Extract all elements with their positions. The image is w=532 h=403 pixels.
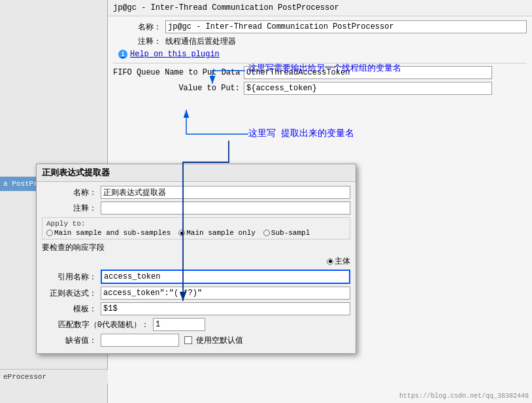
help-link-text: Help on this plugin	[130, 50, 220, 59]
match-label: 匹配数字（0代表随机）：	[42, 319, 153, 330]
title-text: jp@gc - Inter-Thread Communication PostP…	[113, 3, 339, 12]
dialog-name-input[interactable]	[101, 186, 350, 199]
reference-row: 引用名称：	[42, 270, 350, 284]
name-input[interactable]	[165, 20, 527, 33]
annotation2: 这里写 提取出来的变量名	[248, 128, 354, 139]
fifo-label: FIFO Queue Name to Put Data Into:	[113, 68, 244, 77]
sidebar-bottom-label: eProcessor	[3, 373, 46, 381]
regex-input[interactable]	[101, 287, 350, 300]
regex-label: 正则表达式：	[42, 288, 101, 299]
annotation1: 这里写需要输出给另一个线程组的变量名	[248, 62, 401, 74]
radio-label-1: Main sample and sub-samples	[54, 229, 171, 237]
check-section: 要检查的响应字段	[42, 242, 350, 253]
radio-main-body-label: 主体	[335, 256, 350, 267]
title-bar: jp@gc - Inter-Thread Communication PostP…	[108, 0, 532, 16]
radio-circle-3	[263, 230, 270, 236]
check-section-label: 要检查的响应字段	[42, 242, 105, 253]
value-label: Value to Put:	[113, 84, 244, 93]
dialog-title: 正则表达式提取器	[37, 164, 356, 182]
radio-sub-sample[interactable]: Sub-sampl	[263, 229, 310, 237]
default-row: 缺省值： 使用空默认值	[42, 334, 350, 347]
dialog-name-label: 名称：	[42, 187, 101, 198]
default-input[interactable]	[101, 334, 179, 347]
dialog-note-row: 注释：	[42, 202, 350, 215]
watermark: https://blog.csdn.net/qq_38382449	[399, 393, 529, 400]
dialog-note-label: 注释：	[42, 203, 101, 214]
radio-main-body-circle	[327, 258, 333, 265]
match-row: 匹配数字（0代表随机）：	[42, 318, 350, 331]
radio-label-3: Sub-sampl	[271, 229, 310, 237]
radio-label-2: Main sample only	[186, 229, 256, 237]
dialog: 正则表达式提取器 名称： 注释： Apply to: Main sample a…	[36, 164, 356, 354]
help-icon: i	[118, 50, 127, 59]
default-label: 缺省值：	[42, 335, 101, 346]
name-label: 名称：	[113, 22, 165, 33]
template-label: 模板：	[42, 304, 101, 315]
radio-circle-1	[46, 230, 53, 236]
use-default-label: 使用空默认值	[196, 335, 243, 346]
dialog-body: 名称： 注释： Apply to: Main sample and sub-sa…	[37, 182, 356, 353]
dialog-note-input[interactable]	[101, 202, 350, 215]
radio-main-only[interactable]: Main sample only	[178, 229, 256, 237]
reference-label: 引用名称：	[42, 272, 101, 283]
response-field-row: 主体	[42, 256, 350, 267]
radio-circle-2	[178, 230, 185, 236]
form-area: 名称： 注释： 线程通信后置处理器 i Help on this plugin …	[108, 16, 532, 101]
radio-main-body[interactable]: 主体	[327, 256, 350, 267]
note-label: 注释：	[113, 36, 165, 47]
radio-row: Main sample and sub-samples Main sample …	[46, 229, 346, 237]
note-row: 注释： 线程通信后置处理器	[113, 36, 527, 47]
apply-to-section: Apply to: Main sample and sub-samples Ma…	[42, 217, 350, 239]
sidebar-item-bottom[interactable]: eProcessor	[0, 369, 108, 383]
dialog-name-row: 名称：	[42, 186, 350, 199]
checkbox-box	[184, 336, 192, 344]
reference-input[interactable]	[101, 270, 350, 284]
apply-to-label: Apply to:	[46, 220, 346, 228]
value-input[interactable]	[244, 82, 492, 95]
match-input[interactable]	[153, 318, 205, 331]
radio-main-sub[interactable]: Main sample and sub-samples	[46, 229, 171, 237]
regex-row: 正则表达式：	[42, 287, 350, 300]
template-row: 模板：	[42, 302, 350, 315]
template-input[interactable]	[101, 302, 350, 315]
note-value: 线程通信后置处理器	[165, 36, 236, 47]
help-link[interactable]: i Help on this plugin	[113, 50, 527, 59]
value-row: Value to Put:	[113, 82, 527, 95]
name-row: 名称：	[113, 20, 527, 33]
use-default-checkbox[interactable]: 使用空默认值	[184, 335, 243, 346]
